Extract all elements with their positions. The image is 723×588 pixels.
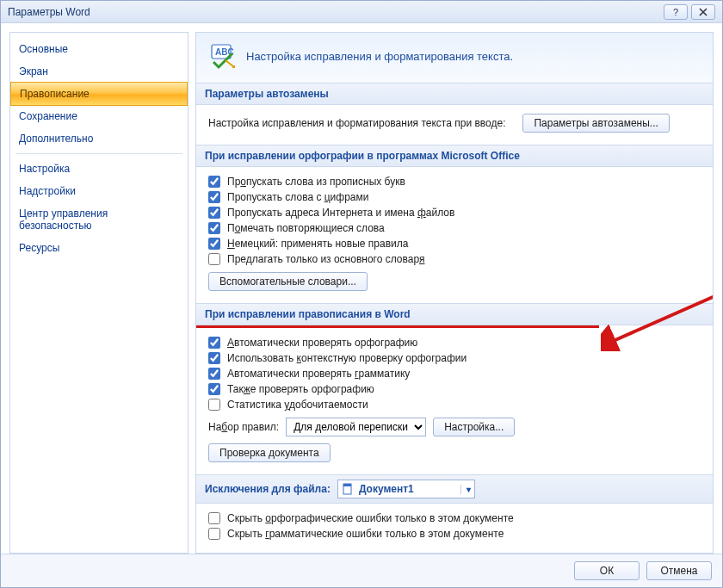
help-button[interactable]: ? xyxy=(664,4,688,20)
sidebar-item-addins[interactable]: Надстройки xyxy=(10,180,188,202)
window-title: Параметры Word xyxy=(8,6,660,18)
section-autocorrect-body: Настройка исправления и форматирования т… xyxy=(196,105,713,145)
autocorrect-options-button[interactable]: Параметры автозамены... xyxy=(522,114,669,133)
cancel-button[interactable]: Отмена xyxy=(646,561,712,580)
ruleset-select[interactable]: Для деловой переписки xyxy=(286,418,426,436)
autocorrect-desc: Настройка исправления и форматирования т… xyxy=(208,117,505,129)
section-exceptions-title: Исключения для файла: xyxy=(205,483,331,495)
section-autocorrect-title: Параметры автозамены xyxy=(205,88,329,100)
section-office-title: При исправлении орфографии в программах … xyxy=(205,150,520,162)
sidebar-item-save[interactable]: Сохранение xyxy=(10,105,188,127)
exceptions-file-select[interactable]: Документ1 ▾ xyxy=(337,480,475,498)
word-options-window: Параметры Word ? Основные Экран Правопис… xyxy=(0,0,723,588)
lbl-contextual-spell: Использовать контекстную проверку орфогр… xyxy=(227,352,467,364)
chk-ignore-digits[interactable] xyxy=(208,191,220,203)
footer: ОК Отмена xyxy=(1,554,722,587)
close-button[interactable] xyxy=(691,4,715,20)
svg-rect-3 xyxy=(343,484,351,486)
ruleset-settings-button[interactable]: Настройка... xyxy=(433,418,515,436)
lbl-hide-spell-errors: Скрыть орфографические ошибки только в э… xyxy=(227,512,514,524)
section-autocorrect-head: Параметры автозамены xyxy=(196,83,713,105)
section-word-title: При исправлении правописания в Word xyxy=(205,308,411,320)
hero-title: Настройка исправления и форматирования т… xyxy=(246,50,513,63)
sidebar-item-trustcenter[interactable]: Центр управления безопасностью xyxy=(10,202,188,237)
sidebar: Основные Экран Правописание Сохранение Д… xyxy=(9,32,188,554)
chk-also-spell[interactable] xyxy=(208,383,220,395)
sidebar-item-display[interactable]: Экран xyxy=(10,60,188,83)
lbl-ignore-urls: Пропускать адреса Интернета и имена файл… xyxy=(227,207,454,219)
dropdown-caret-icon: ▾ xyxy=(460,485,471,494)
sidebar-separator xyxy=(15,153,182,154)
proofing-icon: ABC xyxy=(208,41,238,71)
lbl-ignore-uppercase: Пропускать слова из прописных букв xyxy=(227,176,405,188)
check-document-button[interactable]: Проверка документа xyxy=(208,443,331,462)
lbl-flag-repeats: Помечать повторяющиеся слова xyxy=(227,222,385,234)
chk-hide-grammar-errors[interactable] xyxy=(208,528,220,540)
ok-button[interactable]: ОК xyxy=(574,561,640,580)
lbl-main-dict-only: Предлагать только из основного словаря xyxy=(227,253,424,265)
sidebar-item-resources[interactable]: Ресурсы xyxy=(10,237,188,259)
chk-flag-repeats[interactable] xyxy=(208,222,220,234)
section-exceptions-body: Скрыть орфографические ошибки только в э… xyxy=(196,504,713,552)
sidebar-item-general[interactable]: Основные xyxy=(10,38,188,60)
lbl-readability: Статистика удобочитаемости xyxy=(227,399,368,411)
lbl-auto-spell: Автоматически проверять орфографию xyxy=(227,337,417,349)
chk-ignore-urls[interactable] xyxy=(208,207,220,219)
sidebar-item-customize[interactable]: Настройка xyxy=(10,158,188,180)
chk-ignore-uppercase[interactable] xyxy=(208,176,220,188)
lbl-german-rules: Немецкий: применять новые правила xyxy=(227,238,408,250)
sidebar-item-advanced[interactable]: Дополнительно xyxy=(10,127,188,150)
chk-auto-spell[interactable] xyxy=(208,337,220,349)
body-area: Основные Экран Правописание Сохранение Д… xyxy=(1,23,722,554)
chk-auto-grammar[interactable] xyxy=(208,368,220,380)
custom-dictionaries-button[interactable]: Вспомогательные словари... xyxy=(208,272,368,291)
chk-main-dict-only[interactable] xyxy=(208,253,220,265)
lbl-hide-grammar-errors: Скрыть грамматические ошибки только в эт… xyxy=(227,528,504,540)
sidebar-item-proofing[interactable]: Правописание xyxy=(10,82,188,106)
titlebar: Параметры Word ? xyxy=(1,1,722,23)
hero: ABC Настройка исправления и форматирован… xyxy=(196,33,713,83)
lbl-ignore-digits: Пропускать слова с цифрами xyxy=(227,191,369,203)
document-icon xyxy=(342,483,354,495)
chk-readability[interactable] xyxy=(208,399,220,411)
section-exceptions-head: Исключения для файла: Документ1 ▾ xyxy=(196,474,713,504)
section-word-body: Автоматически проверять орфографию Испол… xyxy=(196,328,713,474)
lbl-also-spell: Также проверять орфографию xyxy=(227,383,374,395)
lbl-auto-grammar: Автоматически проверять грамматику xyxy=(227,368,410,380)
chk-contextual-spell[interactable] xyxy=(208,352,220,364)
section-office-head: При исправлении орфографии в программах … xyxy=(196,145,713,167)
content-panel: ABC Настройка исправления и форматирован… xyxy=(195,32,714,554)
section-word-head: При исправлении правописания в Word xyxy=(196,303,713,325)
exceptions-file-value: Документ1 xyxy=(359,483,414,495)
section-office-body: Пропускать слова из прописных букв Пропу… xyxy=(196,167,713,303)
ruleset-label: Набор правил: xyxy=(208,421,279,433)
chk-hide-spell-errors[interactable] xyxy=(208,512,220,524)
chk-german-rules[interactable] xyxy=(208,238,220,250)
